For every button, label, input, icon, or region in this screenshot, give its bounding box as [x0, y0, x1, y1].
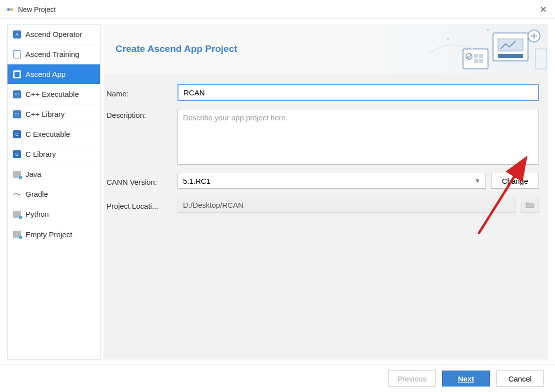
content-panel: Create Ascend App Project: [104, 24, 548, 360]
banner-illustration: [418, 24, 548, 74]
sidebar-item-ascend-app[interactable]: Ascend App: [8, 64, 100, 84]
sidebar-item-label: Ascend Training: [26, 50, 80, 58]
cpp-lib-icon: C+: [12, 110, 22, 119]
description-label: Description:: [106, 109, 178, 119]
project-location-field: D:/Desktop/RCAN: [178, 197, 516, 213]
svg-point-0: [7, 8, 10, 11]
sidebar-item-label: Empty Project: [26, 230, 72, 239]
window-title: New Project: [18, 5, 56, 13]
sidebar-item-cpp-library[interactable]: C+ C++ Library: [8, 104, 100, 124]
banner-title: Create Ascend App Project: [116, 43, 238, 54]
sidebar-item-ascend-operator[interactable]: A Ascend Operator: [8, 24, 100, 44]
sidebar-item-label: Python: [26, 210, 49, 218]
sidebar-item-cpp-executable[interactable]: C+ C++ Executable: [8, 84, 100, 104]
empty-icon: [12, 230, 22, 239]
sidebar-item-ascend-training[interactable]: Ascend Training: [8, 44, 100, 64]
java-icon: [12, 170, 22, 179]
sidebar-item-c-library[interactable]: C C Library: [8, 144, 100, 164]
sidebar-item-empty-project[interactable]: Empty Project: [8, 224, 100, 244]
project-type-sidebar: A Ascend Operator Ascend Training Ascend…: [7, 24, 100, 360]
app-icon: [12, 70, 22, 79]
svg-point-17: [487, 29, 489, 31]
cann-version-label: CANN Version:: [106, 176, 178, 186]
python-icon: [12, 210, 22, 219]
sidebar-item-label: Ascend Operator: [26, 30, 82, 38]
sidebar-item-java[interactable]: Java: [8, 164, 100, 184]
sidebar-item-label: C Library: [26, 150, 56, 158]
app-icon: [6, 5, 14, 13]
cancel-button[interactable]: Cancel: [496, 371, 544, 387]
svg-point-1: [10, 8, 13, 11]
svg-rect-14: [479, 59, 483, 63]
sidebar-item-label: Java: [26, 170, 42, 178]
svg-rect-11: [474, 54, 478, 58]
sidebar-item-c-executable[interactable]: C C Executable: [8, 124, 100, 144]
sidebar-item-label: C Executable: [26, 130, 70, 138]
chevron-down-icon: ▼: [474, 177, 480, 184]
name-label: Name:: [106, 87, 178, 98]
browse-folder-button[interactable]: [521, 197, 539, 213]
svg-rect-12: [479, 54, 483, 58]
sidebar-item-python[interactable]: Python: [8, 204, 100, 224]
cann-version-value: 5.1.RC1: [183, 177, 210, 185]
svg-rect-5: [498, 54, 523, 58]
svg-rect-15: [536, 49, 546, 69]
project-location-value: D:/Desktop/RCAN: [183, 201, 244, 209]
project-location-label: Project Locati...: [106, 200, 178, 210]
dialog-footer: Previous Next Cancel: [0, 365, 555, 392]
svg-point-16: [447, 38, 449, 40]
svg-rect-2: [14, 72, 20, 77]
banner: Create Ascend App Project: [104, 24, 548, 74]
c-exe-icon: C: [12, 130, 22, 139]
sidebar-item-label: Gradle: [26, 190, 48, 198]
sidebar-item-label: C++ Library: [26, 110, 64, 118]
titlebar: New Project ✕: [0, 0, 555, 19]
description-input[interactable]: [178, 109, 539, 165]
operator-icon: A: [12, 30, 22, 39]
name-input[interactable]: [178, 84, 539, 101]
close-icon[interactable]: ✕: [537, 4, 549, 15]
folder-icon: [526, 201, 534, 208]
cpp-exe-icon: C+: [12, 90, 22, 99]
sidebar-item-label: Ascend App: [26, 70, 66, 78]
next-button[interactable]: Next: [442, 371, 490, 387]
gradle-icon: [12, 190, 22, 199]
change-button[interactable]: Change: [491, 173, 539, 189]
cann-version-select[interactable]: 5.1.RC1 ▼: [178, 173, 486, 189]
svg-rect-13: [474, 59, 478, 63]
previous-button[interactable]: Previous: [388, 371, 436, 387]
form: Name: Description: CANN Version: 5.1.RC1…: [104, 74, 548, 213]
c-lib-icon: C: [12, 150, 22, 159]
svg-rect-4: [498, 39, 523, 51]
training-icon: [12, 50, 22, 59]
main-area: A Ascend Operator Ascend Training Ascend…: [0, 19, 555, 360]
sidebar-item-gradle[interactable]: Gradle: [8, 184, 100, 204]
sidebar-item-label: C++ Executable: [26, 90, 79, 98]
